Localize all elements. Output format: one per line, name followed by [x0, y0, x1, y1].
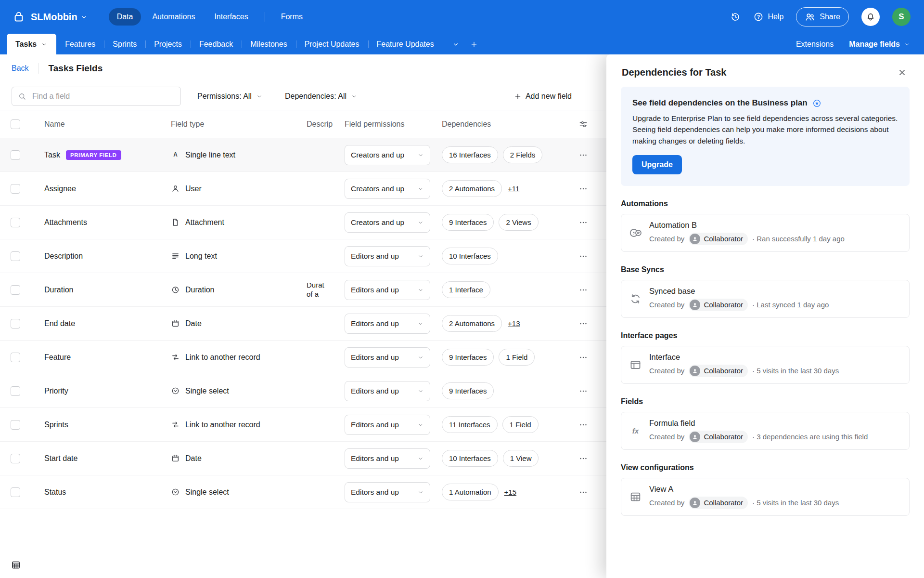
row-menu-icon[interactable]	[578, 386, 588, 396]
permission-dropdown[interactable]: Creators and up	[345, 212, 430, 233]
dependency-card[interactable]: Interface Created by Collaborator · 5 vi…	[621, 346, 910, 384]
filter-dropdown[interactable]: Dependencies: All	[285, 92, 358, 101]
permission-dropdown[interactable]: Editors and up	[345, 347, 430, 368]
dependency-pill[interactable]: 2 Fields	[503, 146, 543, 163]
help-button[interactable]: Help	[753, 12, 783, 22]
dependency-card[interactable]: Formula field Created by Collaborator · …	[621, 412, 910, 450]
user-avatar[interactable]: S	[892, 8, 911, 26]
base-tab[interactable]: Milestones	[242, 34, 295, 54]
row-checkbox[interactable]	[11, 487, 20, 497]
base-tab[interactable]: Feedback	[191, 34, 242, 54]
nav-item[interactable]: Automations	[144, 8, 203, 26]
permission-dropdown[interactable]: Creators and up	[345, 145, 430, 165]
row-checkbox[interactable]	[11, 218, 20, 227]
back-link[interactable]: Back	[12, 64, 29, 73]
share-button[interactable]: Share	[796, 7, 849, 26]
base-tab[interactable]: Features	[56, 34, 104, 54]
table-row[interactable]: Assignee User Creators and up	[0, 172, 606, 206]
nav-item[interactable]: Interfaces	[206, 8, 256, 26]
row-menu-icon[interactable]	[578, 285, 588, 295]
row-checkbox[interactable]	[11, 454, 20, 463]
permission-dropdown[interactable]: Editors and up	[345, 415, 430, 435]
row-checkbox[interactable]	[11, 420, 20, 430]
dependency-pill[interactable]: 9 Interfaces	[442, 382, 494, 399]
find-field-search[interactable]	[12, 87, 181, 106]
table-row[interactable]: Description Long text Editors and up	[0, 239, 606, 273]
table-row[interactable]: Start date Date Editors and up	[0, 442, 606, 475]
row-menu-icon[interactable]	[578, 251, 588, 261]
nav-item[interactable]: Forms	[273, 8, 311, 26]
permission-dropdown[interactable]: Editors and up	[345, 280, 430, 300]
dependency-pill[interactable]: 1 Interface	[442, 281, 490, 298]
permission-dropdown[interactable]: Editors and up	[345, 448, 430, 469]
app-switcher-chevron-icon[interactable]	[80, 13, 88, 21]
dependency-pill[interactable]: 11 Interfaces	[442, 416, 498, 433]
row-menu-icon[interactable]	[578, 454, 588, 463]
history-icon[interactable]	[730, 12, 741, 22]
tab-overflow-chevron-icon[interactable]	[448, 34, 464, 54]
nav-item[interactable]: Data	[109, 8, 141, 26]
table-row[interactable]: Sprints Link to another record Editors a…	[0, 408, 606, 442]
filter-dropdown[interactable]: Permissions: All	[197, 92, 263, 101]
row-menu-icon[interactable]	[578, 420, 588, 430]
row-checkbox[interactable]	[11, 353, 20, 362]
dependency-pill[interactable]: 10 Interfaces	[442, 450, 498, 467]
base-tab[interactable]: Project Updates	[296, 34, 368, 54]
permission-dropdown[interactable]: Editors and up	[345, 482, 430, 502]
dependency-pill[interactable]: 16 Interfaces	[442, 146, 498, 163]
select-all-checkbox[interactable]	[11, 119, 20, 129]
dependency-pill[interactable]: 9 Interfaces	[442, 349, 494, 366]
permission-dropdown[interactable]: Creators and up	[345, 179, 430, 199]
upgrade-button[interactable]: Upgrade	[632, 155, 682, 174]
dependency-pill[interactable]: 9 Interfaces	[442, 214, 494, 231]
row-menu-icon[interactable]	[578, 319, 588, 328]
dependency-pill[interactable]: 1 Automation	[442, 484, 499, 500]
dependency-pill[interactable]: 2 Views	[499, 214, 538, 231]
row-menu-icon[interactable]	[578, 218, 588, 227]
app-name[interactable]: SLMobbin	[31, 12, 77, 23]
row-menu-icon[interactable]	[578, 487, 588, 497]
table-row[interactable]: Priority Single select Editors and up	[0, 374, 606, 408]
row-menu-icon[interactable]	[578, 150, 588, 160]
notifications-button[interactable]	[861, 8, 880, 26]
base-tab[interactable]: Tasks	[7, 34, 56, 54]
row-checkbox[interactable]	[11, 184, 20, 194]
row-menu-icon[interactable]	[578, 353, 588, 362]
dependency-pill[interactable]: 2 Automations	[442, 315, 502, 332]
grid-icon[interactable]	[11, 560, 21, 570]
table-row[interactable]: End date Date Editors and up	[0, 307, 606, 341]
permission-dropdown[interactable]: Editors and up	[345, 381, 430, 401]
dependency-pill[interactable]: 10 Interfaces	[442, 248, 498, 264]
dependency-pill[interactable]: 1 Field	[502, 416, 539, 433]
table-row[interactable]: Feature Link to another record Editors a…	[0, 341, 606, 374]
table-row[interactable]: Task PRIMARY FIELD Single line text Crea…	[0, 138, 606, 172]
dependency-overflow-link[interactable]: +15	[504, 488, 516, 496]
dependency-pill[interactable]: 1 View	[503, 450, 539, 467]
sliders-icon[interactable]	[578, 119, 588, 129]
row-checkbox[interactable]	[11, 251, 20, 261]
dependency-card[interactable]: Synced base Created by Collaborator · La…	[621, 280, 910, 318]
base-tab[interactable]: Projects	[145, 34, 191, 54]
dependency-card[interactable]: View A Created by Collaborator · 5 visit…	[621, 478, 910, 516]
tabbar-action[interactable]: Manage fields	[849, 40, 911, 49]
row-menu-icon[interactable]	[578, 184, 588, 194]
base-tab[interactable]: Sprints	[104, 34, 145, 54]
row-checkbox[interactable]	[11, 150, 20, 160]
table-row[interactable]: Attachments Attachment Creators and up	[0, 206, 606, 239]
dependency-card[interactable]: Automation B Created by Collaborator · R…	[621, 214, 910, 252]
row-checkbox[interactable]	[11, 386, 20, 396]
dependency-pill[interactable]: 2 Automations	[442, 180, 502, 197]
table-row[interactable]: Duration Duration Durat of a Editors and…	[0, 273, 606, 307]
permission-dropdown[interactable]: Editors and up	[345, 246, 430, 266]
add-field-button[interactable]: Add new field	[514, 92, 572, 101]
search-input[interactable]	[31, 92, 175, 101]
table-row[interactable]: Status Single select Editors and up	[0, 475, 606, 509]
close-panel-button[interactable]	[896, 66, 909, 79]
dependency-overflow-link[interactable]: +13	[508, 319, 520, 328]
permission-dropdown[interactable]: Editors and up	[345, 314, 430, 334]
tabbar-action[interactable]: Extensions	[796, 40, 834, 49]
row-checkbox[interactable]	[11, 285, 20, 295]
dependency-overflow-link[interactable]: +11	[508, 184, 519, 193]
add-table-icon[interactable]	[466, 34, 482, 54]
row-checkbox[interactable]	[11, 319, 20, 328]
